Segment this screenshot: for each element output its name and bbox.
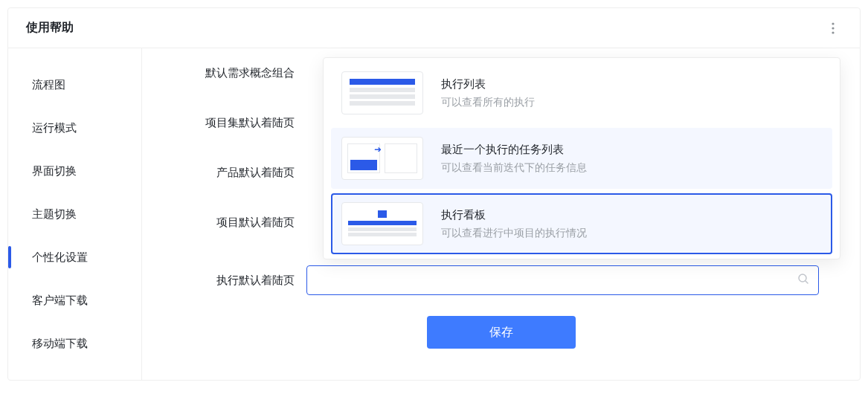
more-button[interactable] (824, 19, 842, 37)
save-button[interactable]: 保存 (427, 316, 576, 349)
option-execution-list[interactable]: 执行列表 可以查看所有的执行 (331, 62, 832, 123)
nav-item-desktop-download[interactable]: 客户端下载 (8, 279, 141, 322)
nav-item-flowchart[interactable]: 流程图 (8, 63, 141, 106)
row-label: 产品默认着陆页 (169, 166, 306, 180)
landing-page-dropdown: 执行列表 可以查看所有的执行 ➜ 最近一个执行的任务列表 可以查看当前迭代下的任… (323, 57, 840, 259)
row-label: 执行默认着陆页 (169, 274, 306, 288)
option-title: 执行看板 (441, 208, 587, 222)
option-thumb-task-icon: ➜ (341, 137, 423, 180)
settings-panel: 使用帮助 流程图 运行模式 界面切换 主题切换 个性化设置 客户端下载 移动端下… (7, 7, 861, 381)
landing-page-select[interactable] (306, 265, 819, 295)
ellipsis-vertical-icon (832, 22, 835, 34)
form-actions: 保存 (169, 316, 833, 349)
option-recent-tasks[interactable]: ➜ 最近一个执行的任务列表 可以查看当前迭代下的任务信息 (331, 128, 832, 189)
option-desc: 可以查看当前迭代下的任务信息 (441, 161, 587, 175)
option-desc: 可以查看进行中项目的执行情况 (441, 227, 587, 240)
nav-item-run-mode[interactable]: 运行模式 (8, 106, 141, 149)
option-execution-board[interactable]: 执行看板 可以查看进行中项目的执行情况 (331, 193, 832, 254)
option-title: 最近一个执行的任务列表 (441, 143, 587, 157)
nav-item-mobile-download[interactable]: 移动端下载 (8, 322, 141, 365)
panel-header: 使用帮助 (8, 8, 860, 48)
svg-point-0 (832, 22, 834, 25)
row-control (306, 265, 833, 295)
nav-item-ui-switch[interactable]: 界面切换 (8, 149, 141, 193)
nav-item-preferences[interactable]: 个性化设置 (8, 236, 141, 279)
search-icon (797, 273, 809, 288)
svg-point-1 (832, 27, 834, 29)
row-label: 项目集默认着陆页 (169, 116, 306, 130)
option-desc: 可以查看所有的执行 (441, 96, 535, 109)
row-label: 项目默认着陆页 (169, 216, 306, 230)
panel-title: 使用帮助 (26, 20, 74, 36)
svg-point-2 (832, 31, 834, 33)
svg-line-4 (806, 281, 808, 283)
row-execution-landing: 执行默认着陆页 (169, 265, 833, 295)
nav-item-theme-switch[interactable]: 主题切换 (8, 193, 141, 236)
row-label: 默认需求概念组合 (169, 66, 306, 80)
landing-page-search-input[interactable] (316, 274, 797, 286)
option-thumb-board-icon (341, 202, 423, 245)
side-nav: 流程图 运行模式 界面切换 主题切换 个性化设置 客户端下载 移动端下载 (8, 48, 142, 380)
option-thumb-list-icon (341, 71, 423, 114)
option-title: 执行列表 (441, 77, 535, 91)
